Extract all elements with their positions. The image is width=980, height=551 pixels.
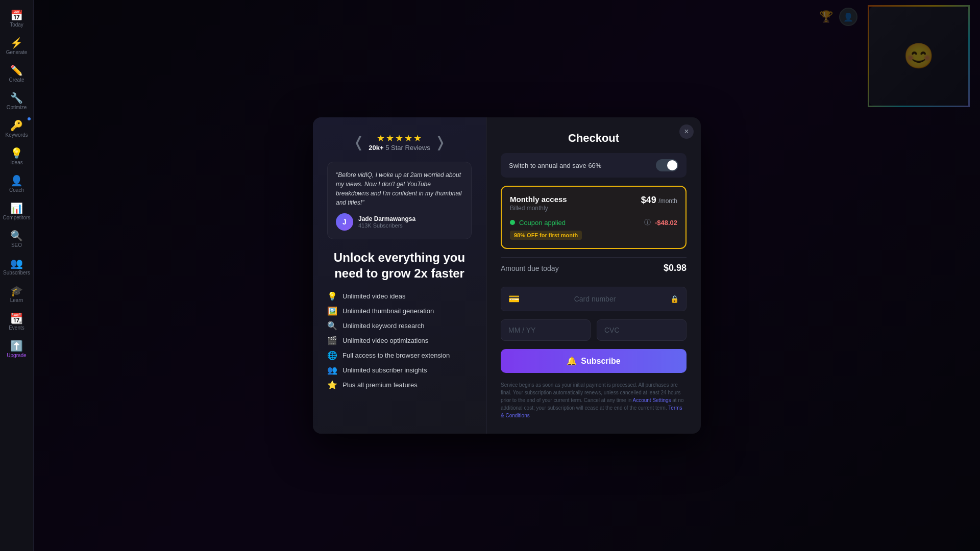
amount-label: Amount due today bbox=[501, 264, 559, 272]
feature-item-6: 👥 Unlimited subscriber insights bbox=[327, 365, 472, 375]
testimonial-author: J Jade Darmawangsa 413K Subscribers bbox=[336, 213, 463, 231]
checkout-modal: × ❬ ★★★★★ 20k+ 5 Star Reviews bbox=[313, 117, 701, 434]
sidebar-item-events[interactable]: 📆 Events bbox=[2, 309, 32, 335]
amount-due-row: Amount due today $0.98 bbox=[501, 257, 687, 279]
main-content: 🏆 👤 😊 × ❬ ★★★★★ bbox=[34, 0, 980, 551]
card-number-field[interactable]: 💳 Card number 🔒 bbox=[501, 287, 687, 311]
cvc-field[interactable]: CVC bbox=[597, 319, 687, 341]
coach-icon: 👤 bbox=[10, 176, 23, 186]
laurel-wrap: ❬ ★★★★★ 20k+ 5 Star Reviews ❭ bbox=[353, 133, 446, 152]
sidebar-item-seo[interactable]: 🔍 SEO bbox=[2, 227, 32, 252]
sidebar-item-create[interactable]: ✏️ Create bbox=[2, 61, 32, 87]
keywords-icon: 🔑 bbox=[10, 120, 23, 131]
modal-left-panel: ❬ ★★★★★ 20k+ 5 Star Reviews ❭ "Before bbox=[313, 117, 486, 434]
cvc-placeholder: CVC bbox=[604, 326, 620, 334]
coupon-row: Coupon applied ⓘ -$48.02 bbox=[510, 218, 677, 227]
ideas-icon: 💡 bbox=[10, 148, 23, 158]
coupon-info-icon: ⓘ bbox=[644, 218, 651, 227]
pricing-box: Monthly access Billed monthly $49 /month… bbox=[501, 186, 687, 249]
feature-item-7: ⭐ Plus all premium features bbox=[327, 380, 472, 390]
card-expiry-cvc-row: MM / YY CVC bbox=[501, 319, 687, 341]
annual-toggle-row: Switch to annual and save 66% bbox=[501, 153, 687, 178]
feature-item-4: 🎬 Unlimited video optimizations bbox=[327, 336, 472, 345]
price-period: /month bbox=[658, 197, 677, 205]
create-icon: ✏️ bbox=[10, 65, 23, 76]
author-subscribers: 413K Subscribers bbox=[358, 222, 415, 229]
sidebar-item-today[interactable]: 📅 Today bbox=[2, 6, 32, 32]
feature-item-5: 🌐 Full access to the browser extension bbox=[327, 350, 472, 360]
competitors-icon: 📊 bbox=[10, 203, 23, 213]
lock-icon: 🔒 bbox=[670, 295, 679, 303]
checkout-title: Checkout bbox=[501, 132, 687, 145]
events-icon: 📆 bbox=[10, 313, 23, 323]
feature-icon-browser: 🌐 bbox=[327, 350, 337, 360]
amount-value: $0.98 bbox=[664, 263, 687, 273]
headline: Unlock everything you need to grow 2x fa… bbox=[327, 249, 472, 281]
feature-item-3: 🔍 Unlimited keyword research bbox=[327, 321, 472, 331]
feature-item-1: 💡 Unlimited video ideas bbox=[327, 291, 472, 301]
discount-badge: 98% OFF for first month bbox=[510, 231, 582, 240]
coupon-label: Coupon applied bbox=[519, 219, 640, 227]
sidebar-item-learn[interactable]: 🎓 Learn bbox=[2, 282, 32, 307]
sidebar-item-upgrade[interactable]: ⬆️ Upgrade bbox=[2, 337, 32, 362]
testimonial-card: "Before vidIQ, I woke up at 2am worried … bbox=[327, 162, 472, 239]
author-avatar: J bbox=[336, 213, 353, 231]
access-title: Monthly access bbox=[510, 195, 567, 204]
annual-toggle-switch[interactable] bbox=[656, 159, 678, 171]
feature-icon-premium: ⭐ bbox=[327, 380, 337, 390]
headline-text: Unlock everything you need to grow 2x fa… bbox=[327, 249, 472, 281]
feature-icon-ideas: 💡 bbox=[327, 291, 337, 301]
sidebar-item-generate[interactable]: ⚡ Generate bbox=[2, 34, 32, 59]
annual-toggle-label: Switch to annual and save 66% bbox=[509, 162, 601, 169]
notification-dot bbox=[28, 117, 31, 120]
fine-print: Service begins as soon as your initial p… bbox=[501, 381, 687, 419]
subscribe-button[interactable]: 🔔 Subscribe bbox=[501, 349, 687, 373]
today-icon: 📅 bbox=[10, 10, 23, 20]
expiry-field[interactable]: MM / YY bbox=[501, 319, 591, 341]
billed-text: Billed monthly bbox=[510, 205, 567, 212]
account-settings-link[interactable]: Account Settings bbox=[632, 397, 671, 403]
close-button[interactable]: × bbox=[679, 124, 694, 139]
sidebar-item-optimize[interactable]: 🔧 Optimize bbox=[2, 89, 32, 114]
coupon-discount: -$48.02 bbox=[655, 219, 677, 227]
feature-icon-video: 🎬 bbox=[327, 336, 337, 345]
seo-icon: 🔍 bbox=[10, 231, 23, 241]
right-laurel-icon: ❭ bbox=[434, 134, 446, 151]
sidebar-item-competitors[interactable]: 📊 Competitors bbox=[2, 199, 32, 224]
sidebar-item-ideas[interactable]: 💡 Ideas bbox=[2, 144, 32, 169]
modal-overlay: × ❬ ★★★★★ 20k+ 5 Star Reviews bbox=[34, 0, 980, 551]
subscribe-icon: 🔔 bbox=[567, 356, 577, 366]
learn-icon: 🎓 bbox=[10, 286, 23, 296]
feature-item-2: 🖼️ Unlimited thumbnail generation bbox=[327, 306, 472, 316]
sidebar-item-coach[interactable]: 👤 Coach bbox=[2, 171, 32, 197]
reviews-text: 20k+ 5 Star Reviews bbox=[369, 144, 430, 152]
sidebar-item-keywords[interactable]: 🔑 Keywords bbox=[2, 116, 32, 142]
generate-icon: ⚡ bbox=[10, 38, 23, 48]
expiry-placeholder: MM / YY bbox=[508, 326, 535, 334]
subscribers-icon: 👥 bbox=[10, 258, 23, 268]
feature-icon-thumbnail: 🖼️ bbox=[327, 306, 337, 316]
feature-icon-keyword: 🔍 bbox=[327, 321, 337, 331]
pricing-top: Monthly access Billed monthly $49 /month bbox=[510, 195, 677, 212]
checkout-panel: Checkout Switch to annual and save 66% M… bbox=[486, 117, 701, 434]
testimonial-text: "Before vidIQ, I woke up at 2am worried … bbox=[336, 170, 463, 207]
sidebar: 📅 Today ⚡ Generate ✏️ Create 🔧 Optimize … bbox=[0, 0, 34, 551]
toggle-knob bbox=[667, 160, 677, 170]
features-list: 💡 Unlimited video ideas 🖼️ Unlimited thu… bbox=[327, 291, 472, 390]
coupon-dot-icon bbox=[510, 220, 515, 225]
card-number-placeholder: Card number bbox=[574, 295, 616, 303]
price-main: $49 bbox=[641, 195, 656, 205]
optimize-icon: 🔧 bbox=[10, 93, 23, 103]
upgrade-icon: ⬆️ bbox=[10, 341, 23, 351]
reviews-section: ❬ ★★★★★ 20k+ 5 Star Reviews ❭ bbox=[327, 133, 472, 152]
card-chip-icon: 💳 bbox=[508, 293, 520, 305]
sidebar-item-subscribers[interactable]: 👥 Subscribers bbox=[2, 254, 32, 280]
star-rating: ★★★★★ bbox=[369, 133, 430, 144]
left-laurel-icon: ❬ bbox=[353, 134, 364, 151]
feature-icon-subscriber: 👥 bbox=[327, 365, 337, 375]
author-name: Jade Darmawangsa bbox=[358, 215, 415, 222]
